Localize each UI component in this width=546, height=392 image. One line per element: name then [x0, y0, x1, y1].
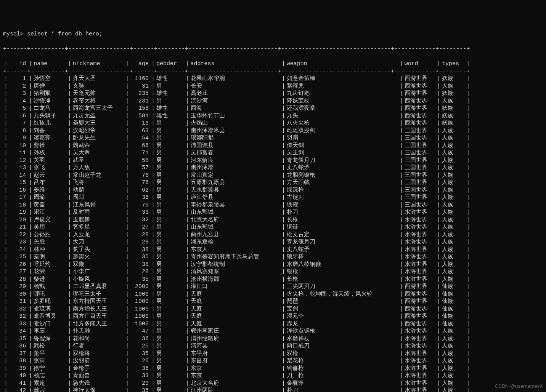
pipe-separator: |	[465, 246, 471, 254]
pipe-separator: |	[150, 209, 156, 216]
cell-name: 周瑜	[34, 194, 67, 202]
cell-name: 张清	[34, 357, 67, 365]
cell-word: 三国世界	[405, 187, 436, 194]
pipe-separator: |	[27, 172, 34, 179]
pipe-separator: |	[125, 90, 131, 98]
pipe-separator: |	[3, 179, 9, 187]
pipe-separator: |	[27, 276, 34, 283]
cell-name: 公孙胜	[34, 231, 67, 239]
pipe-separator: |	[281, 202, 287, 209]
pipe-separator: |	[67, 246, 73, 254]
cell-name: 戴宗	[34, 387, 67, 392]
cell-nickname: 南方增长天王	[73, 306, 125, 313]
cell-types: 妖族	[442, 90, 465, 98]
pipe-separator: |	[67, 261, 73, 269]
pipe-separator: |	[436, 112, 442, 120]
cell-weapon: 长枪	[287, 276, 398, 283]
pipe-separator: |	[185, 283, 191, 291]
pipe-separator: |	[281, 380, 287, 387]
cell-address: 零铃郡泉陵县	[191, 202, 281, 209]
pipe-separator: |	[398, 172, 405, 179]
pipe-separator: |	[27, 342, 34, 350]
cell-address: 长安	[191, 83, 281, 90]
cell-weapon: 双枪	[287, 350, 398, 358]
pipe-separator: |	[465, 105, 471, 112]
table-row: |5|白龙马|西海龙宫三太子|158|雄性|西海|还我漂亮拳|西游世界|妖族|	[3, 105, 471, 112]
pipe-separator: |	[398, 134, 405, 142]
pipe-separator: |	[3, 127, 9, 135]
cell-types: 人族	[442, 365, 465, 373]
cell-weapon: 赤龙	[287, 320, 398, 328]
watermark: CSDN @usernamesK	[495, 383, 543, 390]
cell-word: 三国世界	[405, 157, 436, 165]
pipe-separator: |	[27, 387, 34, 392]
table-row: |41|索超|急先锋|29|男|北京大名府|金蘸斧|水浒世界|人族|	[3, 380, 471, 387]
cell-types: 妖族	[442, 75, 465, 83]
cell-word: 三国世界	[405, 142, 436, 150]
cell-age: 47	[131, 328, 150, 335]
table-row: |1|孙悟空|齐天大圣|1160|雄性|花果山水帘洞|如意金箍棒|西游世界|妖族…	[3, 75, 471, 83]
cell-address: 流沙河	[191, 98, 281, 105]
pipe-separator: |	[150, 268, 156, 276]
pipe-separator: |	[150, 357, 156, 365]
cell-age: 36	[131, 335, 150, 343]
sql-prompt: mysql> select * from db_hero;	[3, 30, 543, 38]
cell-types: 人族	[442, 357, 465, 365]
pipe-separator: |	[436, 194, 442, 202]
table-row: |19|宋江|及时雨|33|男|山东郓城|朴刀|水浒世界|人族|	[3, 209, 471, 216]
pipe-separator: |	[125, 276, 131, 283]
pipe-separator: |	[436, 202, 442, 209]
cell-name: 猪刚鬣	[34, 90, 67, 98]
pipe-separator: |	[3, 120, 9, 127]
pipe-separator: |	[436, 246, 442, 254]
cell-id: 20	[9, 216, 28, 224]
pipe-separator: |	[67, 112, 73, 120]
pipe-separator: |	[398, 202, 405, 209]
pipe-separator: |	[436, 253, 442, 261]
cell-gebder: 男	[156, 306, 185, 313]
pipe-separator: |	[3, 306, 9, 313]
pipe-separator: |	[281, 298, 287, 306]
pipe-separator: |	[67, 357, 73, 365]
pipe-separator: |	[398, 350, 405, 358]
cell-age: 35	[131, 276, 150, 283]
cell-age: 63	[131, 127, 150, 135]
table-row: |29|杨戬|二郎显圣真君|2000|男|灌江口|三尖两刃刀|西游世界|仙族|	[3, 283, 471, 291]
cell-age: 36	[131, 365, 150, 373]
cell-age: 57	[131, 164, 150, 172]
cell-nickname: 哪吒三太子	[73, 291, 125, 298]
pipe-separator: |	[125, 238, 131, 246]
cell-id: 32	[9, 306, 28, 313]
pipe-separator: |	[281, 98, 287, 105]
cell-gebder: 男	[156, 194, 185, 202]
pipe-separator: |	[398, 246, 405, 254]
cell-name: 关羽	[34, 157, 67, 165]
pipe-separator: |	[465, 328, 471, 335]
pipe-separator: |	[185, 127, 191, 135]
pipe-separator: |	[67, 202, 73, 209]
cell-types: 人族	[442, 209, 465, 216]
cell-nickname: 双鞭	[73, 261, 125, 269]
cell-gebder: 男	[156, 357, 185, 365]
cell-types: 人族	[442, 216, 465, 224]
pipe-separator: |	[125, 328, 131, 335]
cell-nickname: 急先锋	[73, 380, 125, 387]
cell-word: 水浒世界	[405, 261, 436, 269]
cell-word: 三国世界	[405, 172, 436, 179]
pipe-separator: |	[67, 306, 73, 313]
pipe-separator: |	[185, 75, 191, 83]
cell-word: 三国世界	[405, 202, 436, 209]
cell-gebder: 男	[156, 172, 185, 179]
cell-age: 158	[131, 105, 150, 112]
cell-gebder: 雄性	[156, 75, 185, 83]
pipe-separator: |	[281, 134, 287, 142]
cell-age: 36	[131, 194, 150, 202]
pipe-separator: |	[281, 164, 287, 172]
cell-address: 庐江舒县	[191, 194, 281, 202]
pipe-separator: |	[125, 246, 131, 254]
cell-name: 索超	[34, 380, 67, 387]
cell-nickname: 小旋风	[73, 276, 125, 283]
pipe-separator: |	[27, 98, 34, 105]
cell-age: 38	[131, 261, 150, 269]
cell-id: 35	[9, 335, 28, 343]
